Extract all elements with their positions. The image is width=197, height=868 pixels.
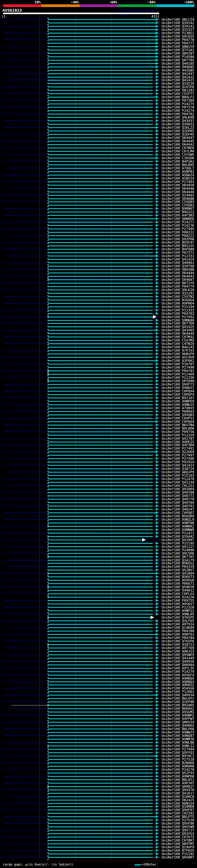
hit-end-arrow-icon bbox=[156, 818, 159, 822]
hit-end-arrow-icon bbox=[156, 275, 159, 278]
low-identity-tail-segment bbox=[153, 364, 156, 365]
alignment-line bbox=[48, 353, 153, 354]
alignment-line bbox=[48, 809, 153, 810]
alignment-line bbox=[48, 455, 153, 456]
hit-end-arrow-icon bbox=[156, 518, 159, 521]
hit-end-arrow-icon bbox=[156, 491, 159, 494]
hit-end-arrow-icon bbox=[156, 352, 159, 355]
hit-end-arrow-icon bbox=[156, 521, 159, 524]
alignment-line bbox=[48, 195, 153, 196]
alignment-line bbox=[48, 465, 153, 466]
alignment-line bbox=[48, 262, 153, 263]
hit-end-arrow-icon bbox=[156, 194, 159, 197]
alignment-line bbox=[48, 688, 153, 689]
hit-end-arrow-icon bbox=[156, 207, 159, 210]
alignment-line bbox=[48, 222, 153, 223]
hit-end-arrow-icon bbox=[156, 38, 159, 41]
hit-end-arrow-icon bbox=[156, 504, 159, 507]
alignment-line bbox=[48, 148, 153, 148]
alignment-line bbox=[48, 127, 156, 128]
alignment-line bbox=[48, 523, 153, 523]
low-identity-tail-segment bbox=[153, 286, 156, 287]
hit-end-arrow-icon bbox=[156, 673, 159, 677]
alignment-line bbox=[48, 435, 153, 436]
hit-end-arrow-icon bbox=[156, 403, 159, 406]
hit-end-white-arrow-icon bbox=[153, 315, 157, 319]
subject-overhang-line bbox=[11, 705, 48, 706]
alignment-line bbox=[48, 114, 153, 115]
hit-end-arrow-icon bbox=[156, 113, 159, 116]
hit-end-arrow-icon bbox=[156, 427, 159, 430]
hit-end-arrow-icon bbox=[156, 457, 159, 460]
low-identity-tail-segment bbox=[153, 380, 156, 381]
low-identity-tail-segment bbox=[153, 553, 156, 554]
hit-end-arrow-icon bbox=[156, 99, 159, 102]
low-identity-tail-segment bbox=[153, 661, 156, 662]
hit-end-arrow-icon bbox=[156, 355, 159, 359]
hit-end-arrow-icon bbox=[156, 204, 159, 207]
low-identity-tail-segment bbox=[153, 93, 156, 94]
hit-end-arrow-icon bbox=[156, 373, 159, 376]
hit-end-arrow-icon bbox=[156, 156, 159, 159]
low-identity-tail-segment bbox=[153, 313, 156, 314]
alignment-line bbox=[48, 384, 153, 385]
alignment-line bbox=[48, 789, 153, 790]
hit-end-arrow-icon bbox=[156, 768, 159, 771]
alignment-line bbox=[48, 43, 156, 44]
hit-end-arrow-icon bbox=[156, 359, 159, 362]
low-identity-tail-segment bbox=[153, 593, 156, 594]
hit-end-arrow-icon bbox=[156, 443, 159, 446]
alignment-line bbox=[48, 745, 153, 746]
alignment-line bbox=[48, 712, 153, 713]
hit-end-arrow-icon bbox=[156, 366, 159, 369]
hit-end-arrow-icon bbox=[156, 568, 159, 571]
hit-end-arrow-icon bbox=[156, 707, 159, 710]
scale-label: ~40% bbox=[41, 0, 79, 4]
hit-end-arrow-icon bbox=[156, 95, 159, 98]
alignment-line bbox=[48, 546, 153, 547]
hit-end-arrow-icon bbox=[156, 254, 159, 257]
hit-end-arrow-icon bbox=[156, 312, 159, 315]
hit-end-arrow-icon bbox=[156, 792, 159, 795]
hit-end-arrow-icon bbox=[156, 335, 159, 338]
alignment-line bbox=[48, 249, 153, 250]
low-identity-tail-segment bbox=[153, 691, 156, 692]
alignment-line bbox=[48, 124, 153, 125]
alignment-line bbox=[48, 279, 153, 280]
low-identity-tail-segment bbox=[153, 404, 156, 405]
low-identity-tail-segment bbox=[153, 306, 156, 307]
low-identity-tail-segment bbox=[153, 526, 156, 527]
low-identity-tail-segment bbox=[153, 252, 156, 253]
low-identity-tail-segment bbox=[153, 712, 156, 713]
alignment-line bbox=[48, 691, 153, 692]
hit-label[interactable]: UniRef100_Q9SHR7 bbox=[162, 856, 197, 859]
query-ruler-bar bbox=[3, 12, 159, 14]
hit-end-arrow-icon bbox=[156, 416, 159, 420]
alignment-line bbox=[48, 202, 153, 202]
low-identity-tail-segment bbox=[153, 749, 156, 750]
low-identity-tail-segment bbox=[153, 627, 156, 628]
low-identity-tail-segment bbox=[153, 161, 156, 162]
hit-end-arrow-icon bbox=[156, 285, 159, 288]
low-identity-tail-segment bbox=[153, 543, 156, 544]
alignment-line bbox=[48, 441, 153, 442]
hit-end-arrow-icon bbox=[156, 545, 159, 548]
hit-row[interactable]: UniRef100_Q9SHR7 bbox=[0, 856, 197, 859]
low-identity-tail-segment bbox=[153, 610, 156, 611]
hit-end-arrow-icon bbox=[156, 143, 159, 146]
low-identity-tail-segment bbox=[153, 462, 156, 463]
low-identity-tail-segment bbox=[153, 708, 156, 709]
hit-end-arrow-icon bbox=[156, 589, 159, 592]
alignment-line bbox=[48, 793, 153, 794]
alignment-line bbox=[48, 367, 153, 368]
alignment-line bbox=[48, 543, 153, 544]
alignment-line bbox=[48, 847, 153, 848]
hit-end-arrow-icon bbox=[156, 660, 159, 663]
alignment-line bbox=[48, 556, 153, 557]
alignment-line bbox=[48, 769, 153, 770]
hit-end-arrow-icon bbox=[156, 349, 159, 352]
hit-end-arrow-icon bbox=[156, 325, 159, 328]
alignment-line bbox=[48, 141, 153, 142]
alignment-line bbox=[48, 671, 153, 672]
alignment-line bbox=[48, 273, 153, 273]
